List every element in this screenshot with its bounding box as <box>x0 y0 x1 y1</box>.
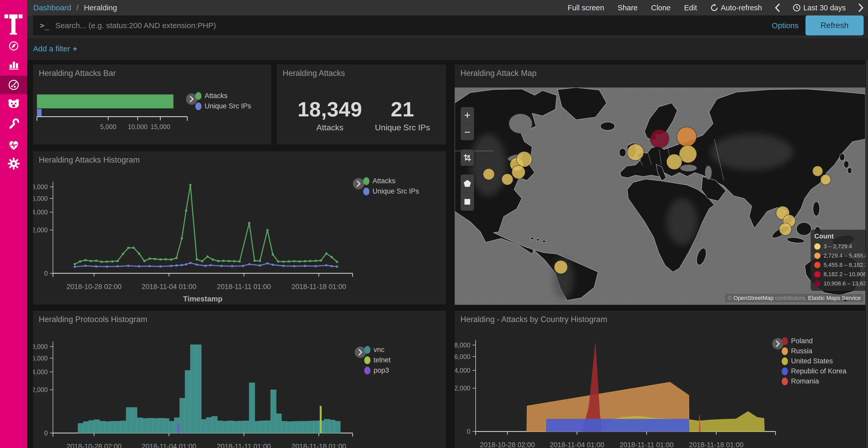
legend-item[interactable]: Attacks <box>363 177 396 185</box>
bar-vnc[interactable] <box>292 421 298 433</box>
t-mobile-logo-icon[interactable] <box>4 9 23 38</box>
time-back-button[interactable] <box>774 3 781 12</box>
sidebar-item-dashboard[interactable] <box>0 76 27 94</box>
bar-vnc[interactable] <box>201 419 207 433</box>
protocols-histogram-chart[interactable]: 02,0004,0006,0008,0002018-10-28 02:00201… <box>33 311 446 448</box>
attack-marker[interactable] <box>666 154 682 170</box>
legend-item[interactable]: Russia <box>782 347 812 355</box>
attack-marker[interactable] <box>820 174 831 185</box>
add-filter-button[interactable]: Add a filter+ <box>33 44 77 53</box>
attack-marker[interactable] <box>627 144 644 161</box>
attribution-link[interactable]: Elastic Maps Service <box>808 295 861 301</box>
bar-vnc[interactable] <box>265 421 271 433</box>
attack-marker[interactable] <box>483 169 494 180</box>
bar-Attacks[interactable] <box>37 95 173 108</box>
refresh-button[interactable]: Refresh <box>805 15 864 35</box>
attack-marker[interactable] <box>650 129 669 148</box>
bar-vnc[interactable] <box>158 418 164 433</box>
bar-vnc[interactable] <box>84 422 89 433</box>
bar-vnc[interactable] <box>148 418 153 433</box>
breadcrumb-dashboard-link[interactable]: Dashboard <box>33 3 71 12</box>
bar-vnc[interactable] <box>260 421 265 433</box>
draw-polygon-button[interactable] <box>461 174 474 193</box>
legend-item[interactable]: Republic of Korea <box>782 367 846 375</box>
bar-vnc[interactable] <box>217 421 223 433</box>
bar-vnc[interactable] <box>116 421 121 433</box>
legend-expand-button[interactable] <box>353 178 364 189</box>
bar-vnc[interactable] <box>313 421 319 433</box>
bar-vnc[interactable] <box>153 418 158 433</box>
bar-vnc[interactable] <box>190 345 196 433</box>
bar-vnc[interactable] <box>276 414 281 433</box>
full-screen-button[interactable]: Full screen <box>567 4 604 12</box>
options-link[interactable]: Options <box>772 21 799 30</box>
legend-item[interactable]: United States <box>782 357 833 365</box>
legend-item[interactable]: Romania <box>782 377 819 385</box>
bar-vnc[interactable] <box>249 383 255 433</box>
bar-vnc[interactable] <box>169 421 175 433</box>
edit-button[interactable]: Edit <box>684 4 697 12</box>
bar-vnc[interactable] <box>121 421 126 433</box>
sidebar-item-discover[interactable] <box>0 37 27 55</box>
bar-vnc[interactable] <box>104 422 110 433</box>
bar-vnc[interactable] <box>131 408 137 433</box>
zoom-out-button[interactable]: − <box>461 124 474 140</box>
bar-vnc[interactable] <box>335 421 340 433</box>
bar-vnc[interactable] <box>196 345 201 433</box>
world-map[interactable]: + − <box>455 88 865 305</box>
bar-vnc[interactable] <box>324 419 330 433</box>
attacks-histogram-chart[interactable]: 02,0004,0006,0008,0002018-10-28 02:00201… <box>33 151 446 305</box>
bar-vnc[interactable] <box>228 421 233 433</box>
attribution-link[interactable]: OpenStreetMap <box>734 295 773 301</box>
bar-vnc[interactable] <box>330 420 335 433</box>
draw-rectangle-button[interactable] <box>461 193 474 211</box>
area-Republic of Korea[interactable] <box>546 419 689 432</box>
bar-telnet[interactable] <box>320 406 322 433</box>
bar-vnc[interactable] <box>239 421 244 433</box>
share-button[interactable]: Share <box>618 4 638 12</box>
attack-marker[interactable] <box>677 127 696 146</box>
attack-marker[interactable] <box>502 174 513 185</box>
crop-tool-button[interactable] <box>461 149 474 166</box>
bar-vnc[interactable] <box>207 418 212 433</box>
attack-marker[interactable] <box>812 166 823 176</box>
attack-marker[interactable] <box>554 261 567 274</box>
sidebar-item-monitoring[interactable] <box>0 136 27 154</box>
time-range-button[interactable]: Last 30 days <box>793 4 846 12</box>
bar-vnc[interactable] <box>271 390 276 433</box>
legend-item[interactable]: pop3 <box>364 367 389 374</box>
attack-marker[interactable] <box>779 223 792 235</box>
scrollbar[interactable] <box>866 60 868 448</box>
sidebar-item-management[interactable] <box>0 154 27 173</box>
bar-vnc[interactable] <box>78 423 84 433</box>
bar-vnc[interactable] <box>185 370 190 433</box>
bar-pop3[interactable] <box>178 423 180 433</box>
bar-vnc[interactable] <box>180 398 185 433</box>
sidebar-item-dev-tools[interactable] <box>0 114 27 133</box>
attack-marker[interactable] <box>517 151 532 167</box>
bar-vnc[interactable] <box>222 421 228 433</box>
bar-vnc[interactable] <box>89 420 94 433</box>
bar-vnc[interactable] <box>126 408 131 433</box>
search-input[interactable] <box>55 21 772 30</box>
bar-vnc[interactable] <box>110 421 116 433</box>
clone-button[interactable]: Clone <box>651 4 671 12</box>
bar-vnc[interactable] <box>233 421 239 433</box>
bar-vnc[interactable] <box>281 421 287 433</box>
sidebar-item-timelion[interactable] <box>0 95 27 113</box>
bar-vnc[interactable] <box>308 421 314 433</box>
bar-vnc[interactable] <box>212 416 217 433</box>
bar-vnc[interactable] <box>137 418 142 433</box>
legend-item[interactable]: vnc <box>364 346 384 354</box>
legend-item[interactable]: telnet <box>364 356 391 364</box>
bar-vnc[interactable] <box>163 418 169 433</box>
bar-vnc[interactable] <box>255 421 260 433</box>
bar-vnc[interactable] <box>244 421 249 433</box>
legend-item[interactable]: Attacks <box>195 92 227 100</box>
sidebar-item-visualize[interactable] <box>0 55 27 74</box>
attack-marker[interactable] <box>512 165 525 179</box>
bar-vnc[interactable] <box>99 421 105 433</box>
series-line-Attacks[interactable] <box>75 185 337 264</box>
bar-Unique Src IPs[interactable] <box>37 109 41 116</box>
legend-item[interactable]: Unique Src IPs <box>195 102 251 110</box>
